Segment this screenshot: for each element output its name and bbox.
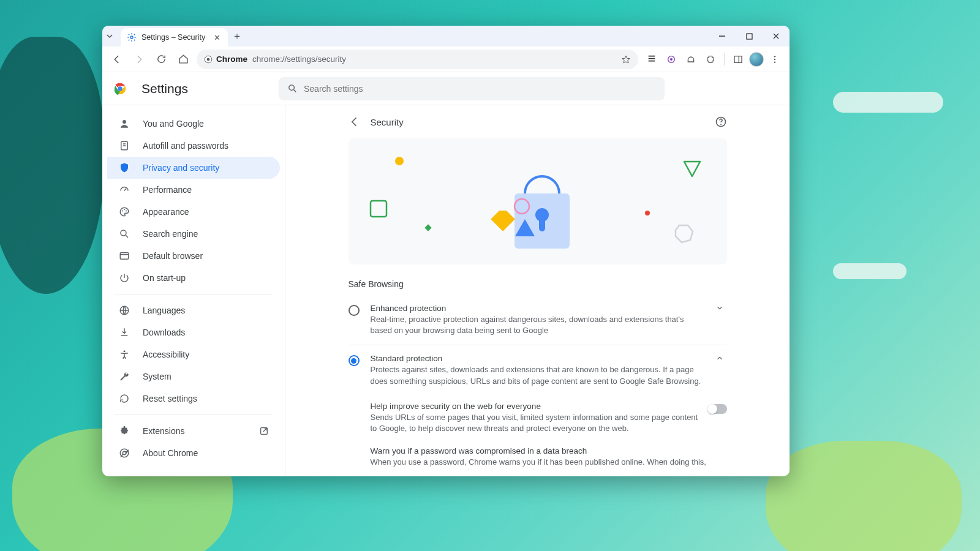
sidebar-item-label: Autofill and passwords bbox=[143, 141, 228, 151]
sidebar-item-label: Appearance bbox=[143, 207, 189, 217]
close-window-button[interactable] bbox=[763, 26, 790, 47]
svg-point-11 bbox=[774, 61, 775, 62]
power-icon bbox=[118, 272, 130, 283]
sidebar-item-about-chrome[interactable]: About Chrome bbox=[107, 442, 280, 464]
sidebar-item-you-and-google[interactable]: You and Google bbox=[107, 113, 280, 135]
sidebar-separator bbox=[115, 294, 273, 294]
option-title: Standard protection bbox=[371, 354, 701, 363]
back-arrow-icon[interactable] bbox=[349, 116, 361, 128]
sidebar-item-system[interactable]: System bbox=[107, 365, 280, 388]
back-button[interactable] bbox=[108, 51, 126, 68]
search-icon bbox=[118, 228, 130, 239]
toggle-switch[interactable] bbox=[707, 404, 727, 414]
svg-point-14 bbox=[289, 85, 295, 91]
sidebar-item-label: Search engine bbox=[143, 229, 198, 239]
sidebar-item-appearance[interactable]: Appearance bbox=[107, 201, 280, 223]
svg-rect-26 bbox=[120, 253, 129, 260]
chrome-logo-icon bbox=[113, 82, 127, 96]
kebab-menu-icon[interactable] bbox=[766, 51, 783, 68]
reload-button[interactable] bbox=[153, 51, 170, 68]
sidebar-item-on-start-up[interactable]: On start-up bbox=[107, 267, 280, 289]
content-area: Security bbox=[285, 105, 790, 476]
svg-line-25 bbox=[126, 235, 128, 238]
sidebar-item-search-engine[interactable]: Search engine bbox=[107, 223, 280, 245]
settings-sidebar: You and GoogleAutofill and passwordsPriv… bbox=[102, 105, 285, 476]
svg-point-4 bbox=[207, 58, 210, 61]
sidebar-item-autofill-and-passwords[interactable]: Autofill and passwords bbox=[107, 135, 280, 157]
forward-button[interactable] bbox=[130, 51, 148, 68]
extension-icon-3[interactable] bbox=[682, 51, 699, 68]
wrench-icon bbox=[118, 371, 130, 382]
chevron-up-icon[interactable] bbox=[712, 354, 727, 362]
svg-point-30 bbox=[124, 350, 126, 352]
section-label: Safe Browsing bbox=[349, 279, 727, 289]
palette-icon bbox=[118, 206, 130, 217]
sidebar-item-label: Default browser bbox=[143, 251, 203, 261]
side-panel-icon[interactable] bbox=[729, 51, 747, 68]
sidebar-item-default-browser[interactable]: Default browser bbox=[107, 245, 280, 267]
svg-point-6 bbox=[670, 58, 673, 61]
svg-line-20 bbox=[124, 189, 126, 191]
page-title: Security bbox=[371, 117, 404, 127]
svg-rect-43 bbox=[424, 224, 431, 231]
toolbar-right-icons bbox=[643, 51, 783, 68]
site-chip: Chrome bbox=[204, 54, 247, 64]
sidebar-item-extensions[interactable]: Extensions bbox=[107, 420, 280, 442]
svg-line-15 bbox=[294, 90, 296, 92]
shield-icon bbox=[118, 162, 130, 173]
content-scroll[interactable]: Security bbox=[285, 105, 790, 476]
svg-point-35 bbox=[720, 124, 722, 125]
search-settings-field[interactable] bbox=[279, 77, 665, 100]
accessibility-icon bbox=[118, 349, 130, 360]
sidebar-item-reset-settings[interactable]: Reset settings bbox=[107, 388, 280, 410]
new-tab-button[interactable]: ＋ bbox=[228, 26, 246, 47]
maximize-button[interactable] bbox=[736, 26, 763, 47]
sidebar-item-label: Downloads bbox=[143, 328, 185, 337]
chrome-window: Settings – Security ✕ ＋ bbox=[102, 26, 790, 476]
extension-icon-2[interactable] bbox=[663, 51, 680, 68]
sidebar-item-label: You and Google bbox=[143, 119, 204, 129]
protection-option-0[interactable]: Enhanced protectionReal-time, proactive … bbox=[349, 295, 727, 345]
minimize-button[interactable] bbox=[709, 26, 736, 47]
protection-option-1[interactable]: Standard protectionProtects against site… bbox=[349, 345, 727, 395]
svg-marker-40 bbox=[515, 219, 535, 236]
extensions-puzzle-icon[interactable] bbox=[702, 51, 719, 68]
svg-rect-7 bbox=[734, 56, 742, 62]
svg-rect-38 bbox=[539, 218, 545, 231]
tab-title: Settings – Security bbox=[141, 33, 205, 42]
external-link-icon bbox=[259, 426, 269, 436]
settings-body: You and GoogleAutofill and passwordsPriv… bbox=[102, 105, 790, 476]
svg-point-0 bbox=[130, 36, 133, 39]
svg-point-13 bbox=[118, 86, 123, 91]
svg-point-16 bbox=[123, 120, 126, 124]
sidebar-item-downloads[interactable]: Downloads bbox=[107, 321, 280, 343]
search-settings-input[interactable] bbox=[304, 84, 656, 94]
close-tab-icon[interactable]: ✕ bbox=[214, 33, 221, 42]
sidebar-item-privacy-and-security[interactable]: Privacy and security bbox=[107, 157, 280, 179]
sidebar-item-languages[interactable]: Languages bbox=[107, 299, 280, 321]
page-header: Security bbox=[349, 105, 727, 138]
radio-button[interactable] bbox=[349, 355, 360, 366]
home-button[interactable] bbox=[175, 51, 192, 68]
sidebar-item-performance[interactable]: Performance bbox=[107, 179, 280, 201]
tab-search-dropdown[interactable] bbox=[102, 26, 117, 47]
sidebar-item-label: Reset settings bbox=[143, 394, 197, 403]
sidebar-item-accessibility[interactable]: Accessibility bbox=[107, 343, 280, 365]
sidebar-item-label: Accessibility bbox=[143, 350, 189, 359]
address-bar[interactable]: Chrome chrome://settings/security bbox=[197, 50, 638, 69]
sidebar-item-label: Performance bbox=[143, 185, 192, 195]
extension-icon-1[interactable] bbox=[643, 51, 660, 68]
search-icon bbox=[287, 83, 298, 94]
browser-tab[interactable]: Settings – Security ✕ bbox=[121, 28, 228, 47]
svg-point-21 bbox=[122, 211, 123, 212]
svg-point-24 bbox=[121, 230, 126, 236]
toolbar-divider bbox=[724, 53, 725, 66]
profile-avatar[interactable] bbox=[749, 52, 764, 67]
site-chip-label: Chrome bbox=[216, 54, 247, 64]
bookmark-star-icon[interactable] bbox=[621, 54, 631, 64]
svg-marker-46 bbox=[684, 162, 700, 176]
sidebar-item-label: System bbox=[143, 372, 172, 381]
help-icon[interactable] bbox=[715, 116, 727, 128]
chevron-down-icon[interactable] bbox=[712, 304, 727, 312]
radio-button[interactable] bbox=[349, 305, 360, 316]
